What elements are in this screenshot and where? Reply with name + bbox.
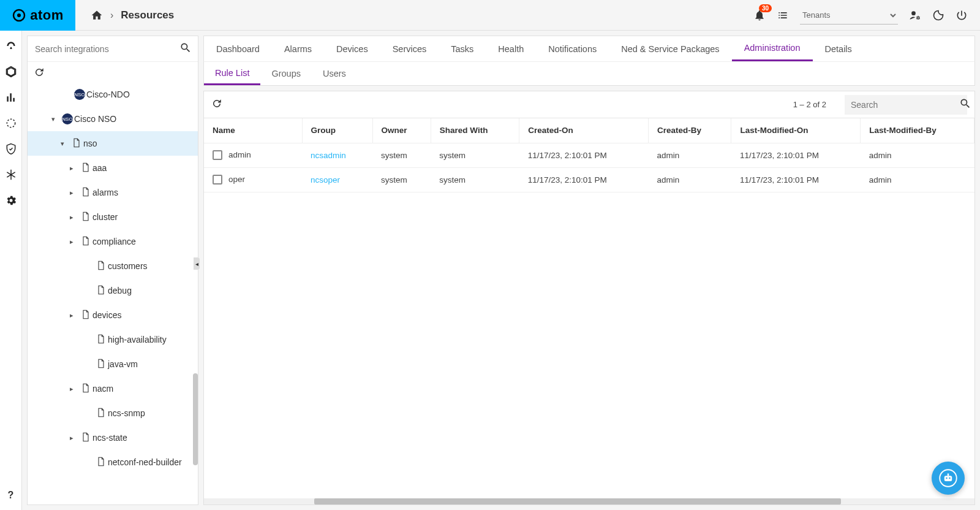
cell-group-link[interactable]: ncsadmin [311,151,346,160]
subtab-users[interactable]: Users [312,62,357,85]
tree-scrollbar[interactable] [193,373,198,465]
rail-cube-icon[interactable] [5,66,17,78]
column-header[interactable]: Shared With [431,118,519,143]
chevron-icon[interactable]: ▸ [64,434,79,442]
tree-item[interactable]: ▸aaa [28,156,198,180]
chevron-icon[interactable]: ▸ [64,311,79,319]
svg-point-2 [911,11,916,15]
tab-alarms[interactable]: Alarms [272,36,324,61]
horizontal-scrollbar[interactable] [204,498,974,504]
tab-administration[interactable]: Administration [732,36,813,61]
tree-item[interactable]: ▸compliance [28,229,198,254]
cell-created-by: admin [648,143,731,167]
tab-dashboard[interactable]: Dashboard [204,36,272,61]
tree-item[interactable]: ▾NSOCisco NSO [28,107,198,131]
tree-item-label: debug [108,286,132,295]
power-icon[interactable] [956,9,968,21]
home-icon[interactable] [91,9,103,21]
tree-scroll[interactable]: NSOCisco-NDO▾NSOCisco NSO▾nso▸aaa▸alarms… [28,82,198,504]
column-header[interactable]: Last-Modified-By [861,118,974,143]
subtab-groups[interactable]: Groups [260,62,312,85]
chevron-icon[interactable]: ▸ [64,189,79,197]
table-row[interactable]: adminncsadminsystemsystem11/17/23, 2:10:… [204,143,974,167]
rail-dashboard-icon[interactable] [5,40,17,52]
cell-created-on: 11/17/23, 2:10:01 PM [519,143,649,167]
tree-item-label: high-availability [108,335,167,344]
table-refresh-icon[interactable] [211,98,222,111]
rail-help-icon[interactable]: ? [8,490,14,501]
table-search-input[interactable] [850,99,959,110]
rail-settings-icon[interactable] [5,194,17,207]
tree-item[interactable]: ▸alarms [28,180,198,205]
rail-chart-icon[interactable] [5,91,17,104]
notifications-icon[interactable]: 30 [753,9,766,21]
cell-group-link[interactable]: ncsoper [311,175,340,185]
tab-devices[interactable]: Devices [324,36,380,61]
tree-item[interactable]: ncs-snmp [28,401,198,425]
user-settings-icon[interactable] [909,9,921,21]
chevron-icon[interactable]: ▾ [46,115,61,123]
tree-item[interactable]: debug [28,278,198,303]
tab-ned-service-packages[interactable]: Ned & Service Packages [609,36,731,61]
document-icon [72,138,81,150]
chatbot-button[interactable] [932,462,965,495]
data-table: NameGroupOwnerShared WithCreated-OnCreat… [204,118,974,192]
column-header[interactable]: Last-Modified-On [731,118,861,143]
subtab-rule-list[interactable]: Rule List [204,62,260,85]
column-header[interactable]: Group [302,118,372,143]
tree-item[interactable]: customers [28,254,198,278]
tab-notifications[interactable]: Notifications [536,36,609,61]
tree-item-label: nso [83,139,97,148]
chevron-icon[interactable]: ▸ [64,385,79,393]
chevron-icon[interactable]: ▸ [64,238,79,246]
tree-item[interactable]: NSOCisco-NDO [28,82,198,107]
chevron-icon[interactable]: ▸ [64,213,79,221]
tab-tasks[interactable]: Tasks [439,36,486,61]
tree-item-label: ncs-state [92,433,127,443]
column-header[interactable]: Created-By [648,118,731,143]
tab-services[interactable]: Services [380,36,439,61]
tree-item[interactable]: netconf-ned-builder [28,450,198,474]
tab-health[interactable]: Health [486,36,536,61]
brand-logo[interactable]: atom [0,0,75,31]
chevron-icon[interactable]: ▾ [55,140,70,148]
tree-item-label: Cisco NSO [74,114,116,124]
tree-item[interactable]: ▾nso [28,131,198,156]
column-header[interactable]: Created-On [519,118,649,143]
cell-owner: system [372,143,431,167]
tree-refresh-icon[interactable] [34,70,45,80]
tree-item[interactable]: high-availability [28,327,198,352]
search-icon[interactable] [179,42,192,56]
rail-shield-icon[interactable] [5,143,17,155]
rail-process-icon[interactable] [5,117,17,129]
table-row[interactable]: operncsopersystemsystem11/17/23, 2:10:01… [204,167,974,192]
tree-item[interactable]: ▸cluster [28,205,198,229]
cell-created-by: admin [648,167,731,192]
dark-mode-icon[interactable] [932,9,944,21]
row-checkbox[interactable] [213,175,222,185]
rail-snowflake-icon[interactable] [5,169,17,181]
tree-item[interactable]: ▸nacm [28,376,198,401]
tree-item[interactable]: ▸ncs-state [28,425,198,450]
tenant-select[interactable]: Tenants [800,6,898,25]
tree-item[interactable]: ▸devices [28,303,198,327]
column-header[interactable]: Name [204,118,302,143]
chevron-icon[interactable]: ▸ [64,164,79,172]
list-icon[interactable] [777,9,789,21]
tree-search-input[interactable] [34,44,179,55]
row-checkbox[interactable] [213,150,222,160]
tree-item[interactable]: java-vm [28,352,198,376]
cell-shared: system [431,167,519,192]
notifications-badge: 30 [759,4,772,12]
breadcrumb: › Resources [75,9,174,21]
nav-rail: ? [0,31,22,510]
tab-details[interactable]: Details [813,36,864,61]
search-icon[interactable] [959,97,971,112]
cell-created-on: 11/17/23, 2:10:01 PM [519,167,649,192]
svg-point-3 [917,17,919,18]
panel-collapser[interactable]: ◂ [194,257,200,270]
document-icon [81,162,91,174]
tree-item-label: ncs-snmp [108,408,145,418]
cell-modified-by: admin [861,167,974,192]
column-header[interactable]: Owner [372,118,431,143]
